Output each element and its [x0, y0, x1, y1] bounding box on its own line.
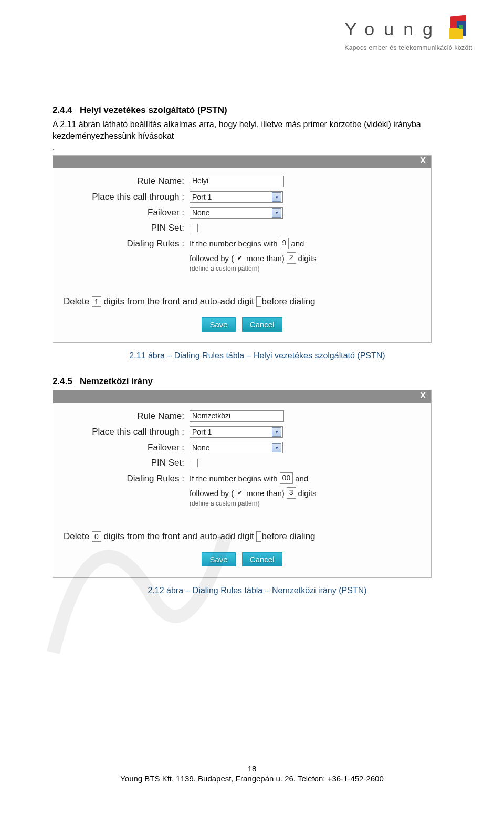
delete-digits-input[interactable]: 0 [92, 531, 101, 542]
begins-with-input[interactable]: 00 [280, 472, 293, 484]
dialing-rule-dialog-2: X Rule Name: Nemzetközi Place this call … [52, 390, 432, 578]
delete-rule-line: Delete 0 digits from the front and auto-… [64, 531, 421, 542]
rule-text: followed by ( [190, 254, 234, 263]
footer-line: Young BTS Kft. 1139. Budapest, Frangepán… [0, 774, 504, 783]
figure-caption-211: 2.11 ábra – Dialing Rules tábla – Helyi … [52, 351, 462, 360]
pin-set-checkbox[interactable] [190, 459, 198, 467]
rule-text: and [291, 239, 304, 248]
figure-caption-212: 2.12 ábra – Dialing Rules tábla – Nemzet… [52, 586, 462, 595]
tagline: Kapocs ember és telekommunikáció között [344, 44, 472, 51]
dialing-rule-dialog-1: X Rule Name: Helyi Place this call throu… [52, 155, 432, 343]
rule-name-label: Rule Name: [64, 411, 190, 421]
pin-set-label: PIN Set: [64, 223, 190, 233]
logo-text: Young [345, 19, 442, 39]
place-through-label: Place this call through : [64, 192, 190, 202]
more-than-checkbox[interactable]: ✔ [236, 489, 244, 497]
dialing-rules-label: Dialing Rules : [64, 472, 190, 484]
section-body-244: A 2.11 ábrán látható beállítás alkalmas … [52, 119, 462, 141]
chevron-down-icon: ▾ [272, 192, 281, 202]
custom-pattern-link[interactable]: (define a custom pattern) [190, 500, 421, 507]
chevron-down-icon: ▾ [272, 208, 281, 218]
rule-text: and [295, 474, 308, 483]
chevron-down-icon: ▾ [272, 443, 281, 452]
page-number: 18 [0, 764, 504, 773]
rule-name-input[interactable]: Helyi [190, 176, 284, 187]
delete-digits-input[interactable]: 1 [92, 296, 101, 307]
page-footer: 18 Young BTS Kft. 1139. Budapest, Frange… [0, 764, 504, 783]
section-heading-245: 2.4.5 Nemzetközi irány [52, 376, 462, 387]
close-icon[interactable]: X [420, 156, 426, 166]
pin-set-label: PIN Set: [64, 458, 190, 468]
close-icon[interactable]: X [420, 391, 426, 400]
dialog-titlebar: X [53, 390, 431, 403]
logo-icon [446, 16, 472, 42]
cancel-button[interactable]: Cancel [242, 552, 282, 566]
begins-with-input[interactable]: 9 [280, 238, 289, 249]
rule-text: more than) [246, 489, 285, 498]
chevron-down-icon: ▾ [272, 427, 281, 437]
pin-set-checkbox[interactable] [190, 224, 198, 232]
failover-label: Failover : [64, 442, 190, 453]
brand-header: Young Kapocs ember és telekommunikáció k… [344, 16, 472, 51]
auto-add-input[interactable] [256, 296, 261, 307]
digits-count-input[interactable]: 3 [287, 487, 296, 499]
save-button[interactable]: Save [202, 317, 235, 332]
dialog-titlebar: X [53, 156, 431, 168]
digits-count-input[interactable]: 2 [287, 252, 296, 264]
cancel-button[interactable]: Cancel [242, 317, 282, 332]
failover-select[interactable]: None ▾ [190, 442, 283, 453]
failover-label: Failover : [64, 208, 190, 218]
place-through-label: Place this call through : [64, 427, 190, 437]
rule-text: digits [298, 254, 317, 263]
place-through-select[interactable]: Port 1 ▾ [190, 191, 283, 203]
custom-pattern-link[interactable]: (define a custom pattern) [190, 265, 421, 272]
save-button[interactable]: Save [202, 552, 235, 566]
rule-text: more than) [246, 254, 285, 263]
failover-select[interactable]: None ▾ [190, 207, 283, 219]
rule-text: If the number begins with [190, 239, 278, 248]
delete-rule-line: Delete 1 digits from the front and auto-… [64, 296, 421, 307]
more-than-checkbox[interactable]: ✔ [236, 254, 244, 262]
rule-name-input[interactable]: Nemzetközi [190, 410, 284, 422]
rule-text: digits [298, 489, 317, 498]
rule-text: followed by ( [190, 489, 234, 498]
rule-text: If the number begins with [190, 474, 278, 483]
rule-name-label: Rule Name: [64, 176, 190, 187]
section-heading-244: 2.4.4 Helyi vezetékes szolgáltató (PSTN) [52, 105, 462, 116]
period: . [52, 142, 462, 152]
auto-add-input[interactable] [256, 531, 261, 542]
dialing-rules-label: Dialing Rules : [64, 238, 190, 249]
place-through-select[interactable]: Port 1 ▾ [190, 426, 283, 438]
